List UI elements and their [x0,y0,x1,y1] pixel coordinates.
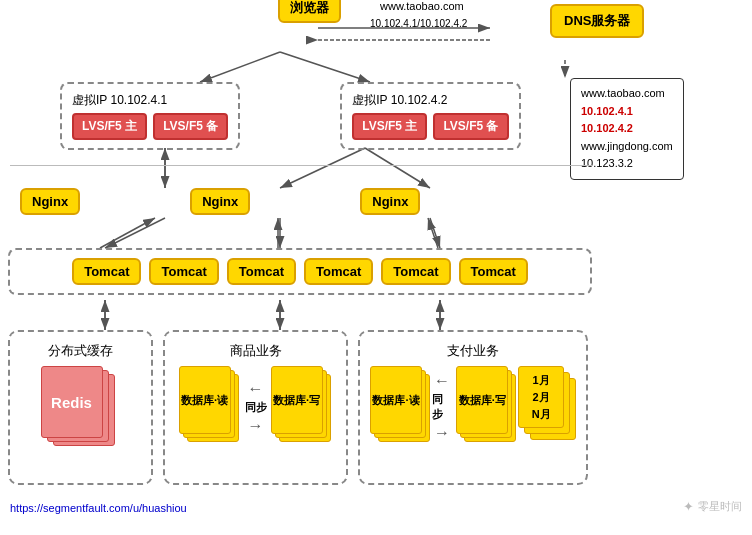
dns-info-line1: www.taobao.com [581,85,673,103]
nginx1-box: Nginx [20,188,80,215]
payment-db-write-stack: 数据库·写 [456,366,514,448]
vip1-box: 虚拟IP 10.102.4.1 LVS/F5 主 LVS/F5 备 [60,82,240,150]
svg-line-15 [100,218,155,248]
watermark-text: 零星时间 [698,499,742,514]
payment-month2: 2月 [533,390,550,405]
svg-line-11 [365,148,430,188]
diagram-container: 浏览器 www.taobao.com 10.102.4.1/10.102.4.2… [0,0,752,520]
dns-server-box: DNS服务器 [550,4,644,38]
goods-title: 商品业务 [175,342,336,360]
lvs-master1: LVS/F5 主 [72,113,147,140]
svg-line-14 [430,218,440,248]
vip-row: 虚拟IP 10.102.4.1 LVS/F5 主 LVS/F5 备 虚拟IP 1… [60,82,521,150]
goods-db-row: 数据库·读 ← 同步 → 数据库·写 [175,366,336,448]
nginx2-box: Nginx [190,188,250,215]
payment-section: 支付业务 数据库·读 ← 同步 → 数据库·写 [358,330,588,485]
tomcat-group-container: Tomcat Tomcat Tomcat Tomcat Tomcat Tomca… [8,248,592,295]
svg-line-12 [105,218,165,248]
goods-section: 商品业务 数据库·读 ← 同步 → 数据库·写 [163,330,348,485]
tomcat-4: Tomcat [304,258,373,285]
nginx3-box: Nginx [360,188,420,215]
star-icon: ✦ [683,499,694,514]
lvs-master2: LVS/F5 主 [352,113,427,140]
tomcat-3: Tomcat [227,258,296,285]
goods-db-write-front: 数据库·写 [271,366,323,434]
tomcat-1: Tomcat [72,258,141,285]
tomcat-2: Tomcat [149,258,218,285]
payment-db-read-stack: 数据库·读 [370,366,428,448]
payment-db-read-front: 数据库·读 [370,366,422,434]
lvs-backup1: LVS/F5 备 [153,113,228,140]
goods-arrow-right: → [248,417,264,435]
redis-page-front: Redis [41,366,103,438]
dns-url-label: www.taobao.com [380,0,464,12]
dns-info-line3: 10.102.4.2 [581,120,673,138]
tomcat-5: Tomcat [381,258,450,285]
dns-info-line4: www.jingdong.com [581,138,673,156]
tomcat-group: Tomcat Tomcat Tomcat Tomcat Tomcat Tomca… [8,248,592,295]
dns-server-label: DNS服务器 [550,4,644,38]
payment-sync-label: 同步 [432,392,453,422]
watermark: ✦ 零星时间 [683,499,742,514]
svg-line-7 [280,52,370,82]
dns-ip-label: 10.102.4.1/10.102.4.2 [370,18,467,29]
payment-title: 支付业务 [370,342,576,360]
cache-section: 分布式缓存 Redis [8,330,153,485]
lvs-backup2: LVS/F5 备 [433,113,508,140]
browser-box: 浏览器 [278,0,341,23]
separator-line [10,165,592,166]
goods-db-read-front: 数据库·读 [179,366,231,434]
dns-info-line5: 10.123.3.2 [581,155,673,173]
svg-line-17 [428,218,438,248]
bottom-sections: 分布式缓存 Redis 商品业务 数据库·读 ← 同步 [8,330,588,485]
goods-db-write-stack: 数据库·写 [271,366,333,448]
browser-label: 浏览器 [278,0,341,23]
vip2-label: 虚拟IP 10.102.4.2 [352,92,508,109]
tomcat-6: Tomcat [459,258,528,285]
goods-db-read-stack: 数据库·读 [179,366,241,448]
goods-sync: ← 同步 → [245,380,267,435]
vip2-box: 虚拟IP 10.102.4.2 LVS/F5 主 LVS/F5 备 [340,82,520,150]
dns-info-line2: 10.102.4.1 [581,103,673,121]
svg-line-10 [280,148,365,188]
payment-month1: 1月 [533,373,550,388]
svg-line-6 [200,52,280,82]
payment-db-write-front: 数据库·写 [456,366,508,434]
cache-title: 分布式缓存 [20,342,141,360]
payment-db-row: 数据库·读 ← 同步 → 数据库·写 [370,366,576,448]
goods-arrow-left: ← [248,380,264,398]
payment-arrow-right: → [434,424,450,442]
payment-month-front: 1月 2月 N月 [518,366,564,428]
vip1-label: 虚拟IP 10.102.4.1 [72,92,228,109]
url-footer: https://segmentfault.com/u/huashiou [10,502,187,514]
payment-arrow-left: ← [434,372,450,390]
redis-stack: Redis [41,366,121,456]
payment-sync: ← 同步 → [432,372,453,442]
payment-months-stack: 1月 2月 N月 [518,366,576,448]
nginx-row: Nginx Nginx Nginx [20,188,420,215]
payment-monthN: N月 [532,407,551,422]
goods-sync-label: 同步 [245,400,267,415]
